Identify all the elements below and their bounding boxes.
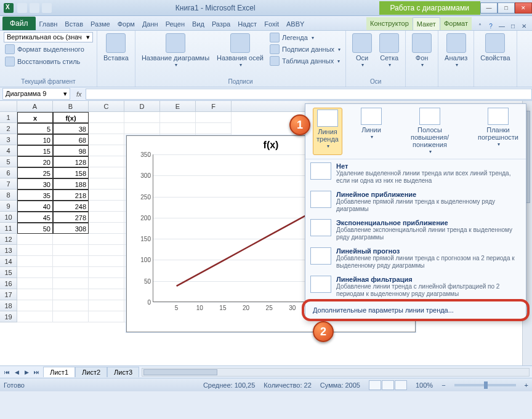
last-sheet-icon[interactable]: ⏭ — [32, 369, 41, 375]
select-all-corner[interactable] — [0, 101, 17, 111]
tab-insert[interactable]: Встав — [61, 18, 87, 30]
cell[interactable] — [17, 267, 53, 278]
cell[interactable] — [89, 190, 124, 201]
zoom-slider[interactable] — [454, 384, 516, 386]
cell[interactable] — [89, 212, 124, 223]
cell[interactable]: 15 — [17, 145, 53, 156]
first-sheet-icon[interactable]: ⏮ — [2, 369, 11, 375]
cell[interactable] — [89, 267, 124, 278]
trendline-gallery-button[interactable]: Линия тренда — [313, 108, 342, 155]
trendline-menu-item[interactable]: Линейная фильтрацияДобавление линии трен… — [305, 273, 526, 301]
cell[interactable]: 20 — [17, 156, 53, 167]
cell[interactable] — [160, 123, 196, 134]
row-header[interactable]: 14 — [0, 256, 17, 267]
cell[interactable] — [196, 123, 232, 134]
zoom-out-button[interactable]: − — [441, 381, 445, 389]
tab-chart-format[interactable]: Формат — [440, 17, 472, 30]
cell[interactable] — [124, 123, 160, 134]
tab-formulas[interactable]: Форм — [114, 18, 139, 30]
row-header[interactable]: 10 — [0, 212, 17, 223]
col-header[interactable]: B — [53, 101, 89, 111]
reset-style-button[interactable]: Восстановить стиль — [4, 56, 81, 67]
format-selection-button[interactable]: Формат выделенного — [4, 44, 86, 55]
tab-home[interactable]: Главн — [36, 18, 62, 30]
cell[interactable] — [89, 156, 124, 167]
col-header[interactable]: E — [160, 101, 196, 111]
col-header[interactable]: A — [17, 101, 53, 111]
ribbon-minimize-icon[interactable]: ˄ — [475, 22, 484, 30]
tab-foxit[interactable]: Foxit — [260, 18, 283, 30]
formula-input[interactable] — [86, 89, 532, 100]
cell[interactable] — [89, 112, 124, 123]
cell[interactable] — [196, 112, 232, 123]
cell[interactable] — [53, 245, 89, 256]
row-header[interactable]: 8 — [0, 190, 17, 201]
row-header[interactable]: 1 — [0, 112, 17, 123]
cell[interactable] — [124, 112, 160, 123]
cell[interactable]: 248 — [53, 201, 89, 212]
page-break-button[interactable] — [395, 380, 407, 390]
tab-chart-layout[interactable]: Макет — [413, 17, 440, 30]
tab-layout[interactable]: Разме — [87, 18, 114, 30]
prev-sheet-icon[interactable]: ◀ — [12, 369, 21, 375]
cell[interactable] — [89, 145, 124, 156]
cell[interactable]: 35 — [17, 190, 53, 201]
row-header[interactable]: 2 — [0, 123, 17, 134]
cell[interactable] — [17, 234, 53, 245]
col-header[interactable]: D — [124, 101, 160, 111]
row-header[interactable]: 11 — [0, 223, 17, 234]
cell[interactable] — [53, 234, 89, 245]
insert-button[interactable]: Вставка — [101, 32, 131, 63]
error-bars-button[interactable]: Планки погрешности — [478, 108, 518, 155]
cell[interactable] — [89, 223, 124, 234]
cell[interactable] — [89, 278, 124, 289]
cell[interactable]: 5 — [17, 123, 53, 134]
scrollbar-thumb[interactable] — [143, 369, 217, 375]
data-labels-button[interactable]: Подписи данных — [268, 44, 342, 55]
cell[interactable]: 30 — [17, 178, 53, 190]
cell[interactable]: 38 — [53, 123, 89, 134]
cell[interactable]: 25 — [17, 167, 53, 178]
data-table-button[interactable]: Таблица данных — [268, 55, 342, 66]
chart-element-combo[interactable]: Вертикальная ось (знач▾ — [4, 32, 93, 42]
row-header[interactable]: 7 — [0, 178, 17, 190]
tab-developer[interactable]: Разра — [208, 18, 234, 30]
legend-button[interactable]: Легенда — [268, 32, 342, 43]
help-icon[interactable]: ? — [486, 22, 495, 30]
doc-close-icon[interactable]: ✕ — [520, 22, 528, 30]
cell[interactable]: 40 — [17, 201, 53, 212]
cell[interactable] — [53, 256, 89, 267]
cell[interactable] — [17, 256, 53, 267]
cell[interactable] — [89, 134, 124, 145]
cell[interactable]: 50 — [17, 223, 53, 234]
zoom-in-button[interactable]: + — [525, 381, 528, 389]
next-sheet-icon[interactable]: ▶ — [22, 369, 31, 375]
trendline-menu-item[interactable]: Линейный прогнозДобавление прямой линии … — [305, 244, 526, 273]
sheet-tab[interactable]: Лист2 — [75, 367, 107, 377]
zoom-thumb[interactable] — [484, 381, 488, 389]
cell[interactable] — [89, 245, 124, 256]
row-header[interactable]: 5 — [0, 156, 17, 167]
properties-button[interactable]: Свойства — [478, 32, 512, 63]
cell[interactable] — [89, 123, 124, 134]
trendline-menu-item[interactable]: Линейное приближениеДобавление прямой ли… — [305, 188, 526, 216]
horizontal-scrollbar[interactable] — [142, 368, 530, 377]
tab-view[interactable]: Вид — [188, 18, 208, 30]
redo-icon[interactable] — [42, 3, 52, 13]
row-header[interactable]: 17 — [0, 289, 17, 300]
row-header[interactable]: 19 — [0, 311, 17, 322]
cell[interactable]: 98 — [53, 145, 89, 156]
save-icon[interactable] — [17, 3, 27, 13]
doc-restore-icon[interactable]: □ — [509, 22, 517, 30]
cell[interactable]: 45 — [17, 212, 53, 223]
row-header[interactable]: 15 — [0, 267, 17, 278]
doc-minimize-icon[interactable]: — — [498, 22, 506, 30]
cell[interactable]: 10 — [17, 134, 53, 145]
close-button[interactable]: ✕ — [515, 2, 532, 14]
cell[interactable] — [53, 289, 89, 300]
updown-bars-button[interactable]: Полосы повышения/понижения — [400, 108, 459, 155]
cell[interactable] — [17, 300, 53, 311]
fx-label[interactable]: fx — [73, 90, 86, 98]
trendline-menu-item[interactable]: НетУдаление выделенной линии тренда или … — [305, 159, 526, 188]
tab-data[interactable]: Данн — [139, 18, 162, 30]
